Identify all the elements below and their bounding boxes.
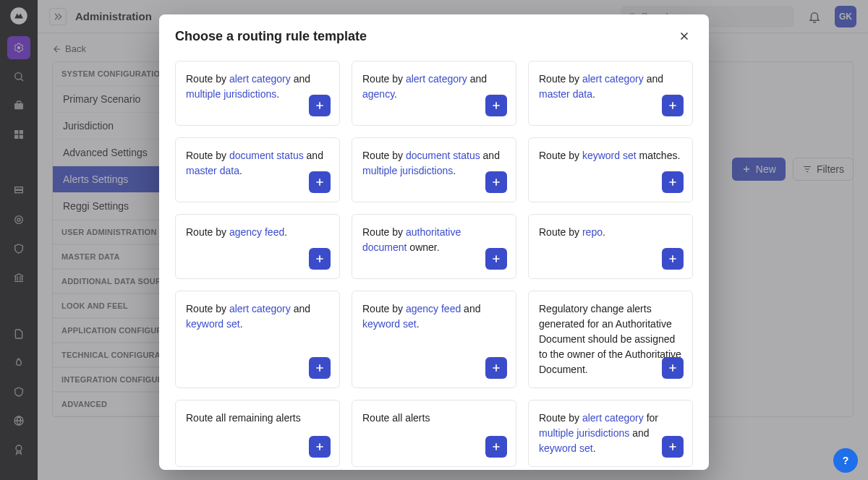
- card-add-button[interactable]: [485, 436, 507, 458]
- plus-icon: [314, 362, 326, 374]
- plus-icon: [314, 441, 326, 453]
- plus-icon: [490, 176, 502, 188]
- card-text: Route by document status and multiple ju…: [362, 148, 506, 179]
- card-add-button[interactable]: [485, 248, 507, 270]
- template-card[interactable]: Route by alert category and agency.: [352, 61, 516, 126]
- card-text: Route by alert category for multiple jur…: [539, 411, 682, 456]
- card-text: Route all alerts: [362, 411, 506, 426]
- template-card[interactable]: Route by alert category and master data.: [528, 61, 693, 126]
- card-text: Route by agency feed and keyword set.: [362, 301, 506, 332]
- template-card[interactable]: Route by agency feed and keyword set.: [352, 291, 516, 388]
- card-add-button[interactable]: [309, 357, 331, 379]
- template-card[interactable]: Route by alert category and multiple jur…: [175, 61, 340, 126]
- modal-title: Choose a routing rule template: [175, 29, 367, 44]
- card-add-button[interactable]: [309, 436, 331, 458]
- template-card[interactable]: Route all alerts: [352, 400, 516, 467]
- card-add-button[interactable]: [309, 95, 331, 116]
- card-add-button[interactable]: [485, 171, 507, 193]
- plus-icon: [314, 100, 326, 111]
- card-text: Route all remaining alerts: [186, 411, 329, 426]
- close-icon: [678, 30, 691, 43]
- template-card[interactable]: Route by agency feed.: [175, 214, 340, 279]
- card-text: Route by authoritative document owner.: [362, 225, 506, 255]
- card-text: Regulatory change alerts generated for a…: [539, 301, 682, 377]
- modal-body: Route by alert category and multiple jur…: [159, 58, 709, 470]
- card-text: Route by alert category and agency.: [362, 72, 506, 102]
- template-card[interactable]: Route by alert category and keyword set.: [175, 291, 340, 388]
- plus-icon: [667, 253, 678, 265]
- template-card[interactable]: Route by alert category for multiple jur…: [528, 400, 693, 467]
- plus-icon: [667, 362, 678, 374]
- plus-icon: [490, 100, 502, 111]
- card-text: Route by alert category and multiple jur…: [186, 72, 329, 102]
- template-modal: Choose a routing rule template Route by …: [159, 14, 709, 470]
- card-text: Route by agency feed.: [186, 225, 329, 240]
- template-card[interactable]: Route all remaining alerts: [175, 400, 340, 467]
- card-add-button[interactable]: [309, 248, 331, 270]
- plus-icon: [667, 176, 678, 188]
- card-add-button[interactable]: [485, 95, 507, 116]
- card-add-button[interactable]: [662, 95, 684, 116]
- template-card[interactable]: Route by document status and multiple ju…: [352, 137, 516, 202]
- template-card[interactable]: Route by keyword set matches.: [528, 137, 693, 202]
- card-text: Route by alert category and keyword set.: [186, 301, 329, 332]
- card-add-button[interactable]: [309, 171, 331, 193]
- plus-icon: [667, 441, 678, 453]
- plus-icon: [314, 253, 326, 265]
- modal-header: Choose a routing rule template: [159, 14, 709, 58]
- card-text: Route by alert category and master data.: [539, 72, 682, 102]
- card-add-button[interactable]: [662, 248, 684, 270]
- card-text: Route by document status and master data…: [186, 148, 329, 179]
- help-button[interactable]: ?: [833, 448, 858, 473]
- plus-icon: [490, 362, 502, 374]
- template-card[interactable]: Regulatory change alerts generated for a…: [528, 291, 693, 388]
- card-add-button[interactable]: [662, 171, 684, 193]
- card-text: Route by repo.: [539, 225, 682, 240]
- card-add-button[interactable]: [662, 357, 684, 379]
- plus-icon: [667, 100, 678, 111]
- template-card[interactable]: Route by document status and master data…: [175, 137, 340, 202]
- modal-close-button[interactable]: [676, 27, 693, 45]
- card-text: Route by keyword set matches.: [539, 148, 682, 163]
- plus-icon: [490, 441, 502, 453]
- card-add-button[interactable]: [662, 436, 684, 458]
- template-grid: Route by alert category and multiple jur…: [175, 61, 693, 467]
- card-add-button[interactable]: [485, 357, 507, 379]
- plus-icon: [490, 253, 502, 265]
- modal-overlay[interactable]: Choose a routing rule template Route by …: [0, 0, 868, 480]
- plus-icon: [314, 176, 326, 188]
- template-card[interactable]: Route by authoritative document owner.: [352, 214, 516, 279]
- template-card[interactable]: Route by repo.: [528, 214, 693, 279]
